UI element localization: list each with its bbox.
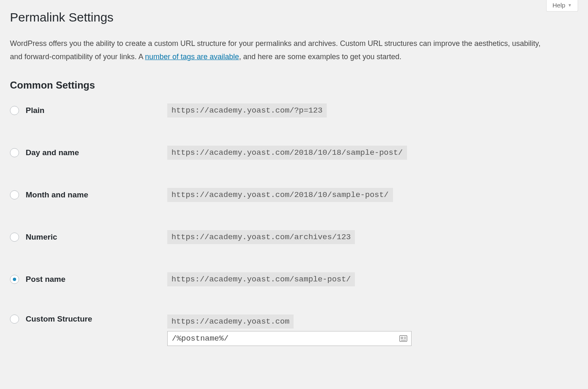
radio-day-name[interactable] xyxy=(10,148,19,157)
chevron-down-icon: ▼ xyxy=(568,3,572,7)
example-plain: https://academy.yoast.com/?p=123 xyxy=(167,103,327,118)
option-label-month-name[interactable]: Month and name xyxy=(10,190,167,199)
option-label-text-day-name: Day and name xyxy=(26,148,79,157)
option-row-month-name: Month and name https://academy.yoast.com… xyxy=(10,188,578,202)
option-label-plain[interactable]: Plain xyxy=(10,106,167,115)
option-label-text-plain: Plain xyxy=(26,106,44,115)
radio-month-name[interactable] xyxy=(10,190,19,199)
option-row-numeric: Numeric https://academy.yoast.com/archiv… xyxy=(10,230,578,244)
intro-paragraph: WordPress offers you the ability to crea… xyxy=(10,37,548,64)
section-title: Common Settings xyxy=(10,79,578,91)
intro-text-2: , and here are some examples to get you … xyxy=(239,53,401,61)
custom-structure-area: https://academy.yoast.com xyxy=(167,315,412,346)
example-post-name: https://academy.yoast.com/sample-post/ xyxy=(167,272,355,286)
option-label-text-custom: Custom Structure xyxy=(26,315,92,324)
option-label-post-name[interactable]: Post name xyxy=(10,275,167,284)
custom-input-wrap xyxy=(167,331,412,346)
radio-custom[interactable] xyxy=(10,315,19,324)
option-row-day-name: Day and name https://academy.yoast.com/2… xyxy=(10,146,578,160)
option-label-text-numeric: Numeric xyxy=(26,233,57,242)
help-tab[interactable]: Help ▼ xyxy=(546,0,578,12)
option-row-custom: Custom Structure https://academy.yoast.c… xyxy=(10,315,578,346)
option-label-day-name[interactable]: Day and name xyxy=(10,148,167,157)
option-row-post-name: Post name https://academy.yoast.com/samp… xyxy=(10,272,578,286)
option-label-text-post-name: Post name xyxy=(26,275,65,284)
help-tab-label: Help xyxy=(552,2,565,9)
option-row-plain: Plain https://academy.yoast.com/?p=123 xyxy=(10,103,578,118)
option-label-text-month-name: Month and name xyxy=(26,190,88,199)
custom-base-url: https://academy.yoast.com xyxy=(167,315,294,329)
custom-structure-input[interactable] xyxy=(167,331,412,346)
example-month-name: https://academy.yoast.com/2018/10/sample… xyxy=(167,188,393,202)
example-numeric: https://academy.yoast.com/archives/123 xyxy=(167,230,355,244)
tags-available-link[interactable]: number of tags are available xyxy=(145,53,239,61)
radio-plain[interactable] xyxy=(10,106,19,115)
example-day-name: https://academy.yoast.com/2018/10/18/sam… xyxy=(167,146,407,160)
radio-post-name[interactable] xyxy=(10,275,19,284)
option-label-numeric[interactable]: Numeric xyxy=(10,233,167,242)
radio-numeric[interactable] xyxy=(10,233,19,242)
option-label-custom[interactable]: Custom Structure xyxy=(10,315,167,324)
page-title: Permalink Settings xyxy=(10,4,578,27)
